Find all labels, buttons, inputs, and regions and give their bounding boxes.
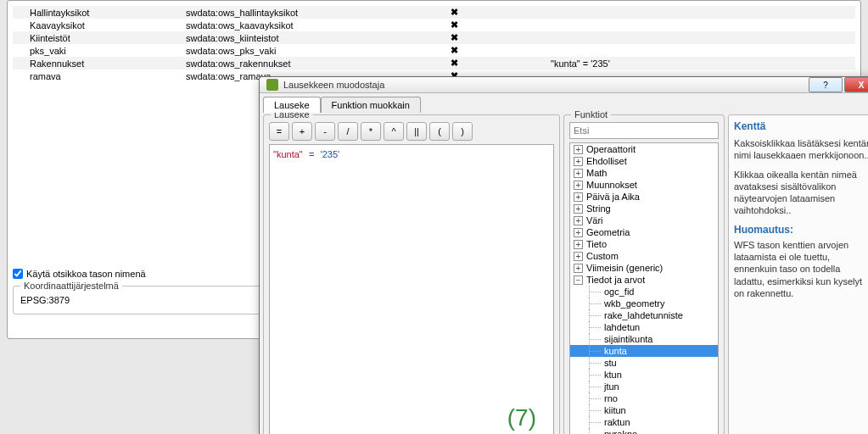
- layer-mark: ✖: [361, 57, 547, 70]
- close-button[interactable]: X: [844, 77, 868, 92]
- op-button[interactable]: +: [292, 122, 312, 141]
- expand-icon[interactable]: +: [574, 240, 583, 249]
- layer-mark: ✖: [361, 19, 547, 31]
- tree-item[interactable]: +Päivä ja Aika: [570, 191, 718, 203]
- layer-filter: [547, 19, 855, 31]
- collapse-icon[interactable]: −: [574, 275, 583, 285]
- crs-value: EPSG:3879: [20, 295, 70, 305]
- use-title-checkbox[interactable]: [13, 269, 23, 279]
- expression-group: Lauseke =+-/*^||() "kunta" = '235' (7) ◄…: [263, 114, 560, 434]
- tree-item[interactable]: +Operaattorit: [570, 143, 718, 155]
- layer-filter: [547, 44, 855, 57]
- help-button[interactable]: ?: [809, 77, 843, 92]
- expand-icon[interactable]: +: [574, 252, 583, 261]
- layer-row[interactable]: pks_vakiswdata:ows_pks_vaki✖: [13, 44, 855, 57]
- layer-mark: ✖: [361, 44, 547, 57]
- tabs: Lauseke Funktion muokkain: [263, 97, 868, 113]
- tree-field[interactable]: kiitun: [570, 404, 718, 416]
- tree-item[interactable]: +Custom: [570, 250, 718, 262]
- layer-mark: ✖: [361, 6, 547, 19]
- op-button[interactable]: ^: [384, 122, 404, 141]
- tree-field[interactable]: jtun: [570, 381, 718, 392]
- op-button[interactable]: =: [269, 122, 289, 141]
- op-button[interactable]: ||: [406, 122, 427, 141]
- tree-item[interactable]: +Väri: [570, 214, 718, 226]
- tree-field[interactable]: stu: [570, 357, 718, 369]
- layer-mark: ✖: [361, 31, 547, 44]
- layer-source: swdata:ows_pks_vaki: [182, 44, 361, 57]
- app-icon: [266, 79, 278, 91]
- help-note-heading: Huomautus:: [734, 224, 868, 236]
- layer-source: swdata:ows_kaavayksikot: [182, 19, 361, 31]
- expand-icon[interactable]: +: [574, 228, 583, 237]
- tree-item[interactable]: +Geometria: [570, 226, 718, 238]
- expand-icon[interactable]: +: [574, 204, 583, 214]
- tree-field[interactable]: rake_lahdetunniste: [570, 309, 718, 321]
- tree-field[interactable]: kunta: [570, 345, 718, 357]
- tab-funktio[interactable]: Funktion muokkain: [321, 97, 421, 113]
- layer-row[interactable]: Kiinteistötswdata:ows_kiinteistot✖: [13, 31, 855, 44]
- expand-icon[interactable]: +: [574, 192, 583, 202]
- layer-name: Kaavayksikot: [13, 19, 182, 31]
- help-p2: Klikkaa oikealla kentän nimeä avataksesi…: [734, 169, 868, 217]
- layer-filter: [547, 31, 855, 44]
- expression-editor[interactable]: "kunta" = '235' (7): [269, 144, 554, 434]
- tree-item[interactable]: +Math: [570, 167, 718, 179]
- tab-lauseke[interactable]: Lauseke: [263, 97, 321, 113]
- help-note: WFS tason kenttien arvojen lataamista ei…: [734, 239, 868, 299]
- layer-source: swdata:ows_kiinteistot: [182, 31, 361, 44]
- tree-item[interactable]: +Ehdolliset: [570, 155, 718, 167]
- expr-lhs: "kunta": [273, 149, 303, 159]
- expression-dialog: Lausekkeen muodostaja ? X Lauseke Funkti…: [259, 76, 868, 434]
- expand-icon[interactable]: +: [574, 216, 583, 225]
- tree-field[interactable]: ogc_fid: [570, 286, 718, 298]
- help-p1: Kaksoisklikkaa lisätäksesi kentän nimi l…: [734, 137, 868, 162]
- expand-icon[interactable]: +: [574, 157, 583, 166]
- expand-icon[interactable]: +: [574, 169, 583, 178]
- layer-row[interactable]: Kaavayksikotswdata:ows_kaavayksikot✖: [13, 19, 855, 31]
- tree-item[interactable]: +Muunnokset: [570, 179, 718, 191]
- use-title-label: Käytä otsikkoa tason nimenä: [26, 269, 146, 279]
- layer-row[interactable]: Rakennuksetswdata:ows_rakennukset✖"kunta…: [13, 57, 855, 70]
- layer-name: Rakennukset: [13, 57, 182, 70]
- tree-field[interactable]: lahdetun: [570, 321, 718, 333]
- tree-field[interactable]: ktun: [570, 369, 718, 381]
- op-button[interactable]: *: [361, 122, 381, 141]
- op-button[interactable]: (: [429, 122, 450, 141]
- expr-rhs: '235': [321, 149, 340, 159]
- tree-field[interactable]: pyrakno: [570, 428, 718, 434]
- tree-field[interactable]: raktun: [570, 416, 718, 428]
- layer-filter: [547, 6, 855, 19]
- layer-source: swdata:ows_rakennukset: [182, 57, 361, 70]
- layer-name: pks_vaki: [13, 44, 182, 57]
- expand-icon[interactable]: +: [574, 264, 583, 273]
- op-button[interactable]: /: [338, 122, 358, 141]
- op-button[interactable]: ): [452, 122, 473, 141]
- functions-group-label: Funktiot: [571, 109, 611, 120]
- tree-item[interactable]: +Viimeisin (generic): [570, 262, 718, 274]
- help-panel: Kenttä Kaksoisklikkaa lisätäksesi kentän…: [728, 114, 868, 434]
- operator-bar: =+-/*^||(): [269, 122, 554, 141]
- search-input[interactable]: [569, 122, 719, 139]
- crs-legend: Koordinaattijärjestelmä: [20, 281, 122, 291]
- layer-table: Hallintayksikotswdata:ows_hallintayksiko…: [13, 6, 855, 82]
- tree-item[interactable]: +String: [570, 203, 718, 214]
- layer-name: Hallintayksikot: [13, 6, 182, 19]
- layer-source: swdata:ows_hallintayksikot: [182, 6, 361, 19]
- tree-field[interactable]: wkb_geometry: [570, 298, 718, 309]
- functions-tree[interactable]: +Operaattorit+Ehdolliset+Math+Muunnokset…: [569, 142, 719, 434]
- tree-item[interactable]: −Tiedot ja arvot: [570, 274, 718, 286]
- expand-icon[interactable]: +: [574, 145, 583, 154]
- layer-name: ramava: [13, 70, 182, 82]
- tree-item[interactable]: +Tieto: [570, 238, 718, 250]
- dialog-title: Lausekkeen muodostaja: [283, 80, 807, 90]
- op-button[interactable]: -: [315, 122, 335, 141]
- tree-field[interactable]: rno: [570, 392, 718, 404]
- functions-group: Funktiot +Operaattorit+Ehdolliset+Math+M…: [563, 114, 725, 434]
- layer-row[interactable]: Hallintayksikotswdata:ows_hallintayksiko…: [13, 6, 855, 19]
- tree-field[interactable]: sijaintikunta: [570, 333, 718, 345]
- titlebar: Lausekkeen muodostaja ? X: [260, 77, 868, 93]
- expr-op: =: [309, 149, 314, 159]
- layer-name: Kiinteistöt: [13, 31, 182, 44]
- expand-icon[interactable]: +: [574, 181, 583, 190]
